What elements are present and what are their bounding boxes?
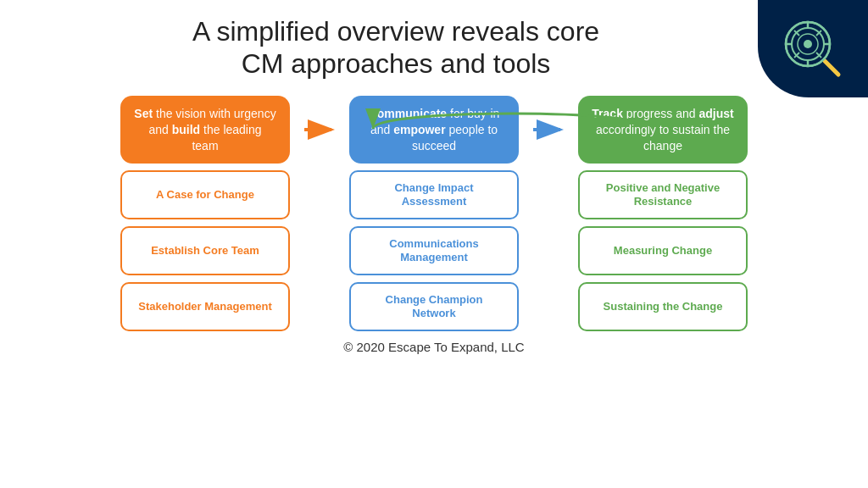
arrow-set-to-communicate <box>303 119 337 140</box>
tool-box-change-champion: Change Champion Network <box>349 282 519 331</box>
footer-text: © 2020 Escape To Expand, LLC <box>343 340 524 354</box>
tool-box-resistance: Positive and Negative Resistance <box>578 170 748 219</box>
tool-box-change-impact: Change Impact Assessment <box>349 170 519 219</box>
page-header: A simplified overview reveals core CM ap… <box>0 0 868 89</box>
tool-box-case-for-change: A Case for Change <box>120 170 290 219</box>
svg-point-3 <box>804 40 812 48</box>
tool-box-communications-mgmt: Communications Management <box>349 226 519 275</box>
logo-badge <box>758 0 868 97</box>
arrow-communicate-to-track <box>531 119 565 140</box>
tool-box-stakeholder-management: Stakeholder Management <box>120 282 290 331</box>
page-title: A simplified overview reveals core CM ap… <box>25 15 766 80</box>
tool-box-measuring-change: Measuring Change <box>578 226 748 275</box>
svg-line-4 <box>825 61 838 75</box>
footer: © 2020 Escape To Expand, LLC <box>0 340 868 354</box>
header-box-track: Track progress and adjust accordingly to… <box>578 96 748 164</box>
tool-box-establish-core-team: Establish Core Team <box>120 226 290 275</box>
header-box-set: Set the vision with urgency and build th… <box>120 96 290 164</box>
logo-icon <box>779 15 847 83</box>
header-box-communicate: Communicate for buy-in and empower peopl… <box>349 96 519 164</box>
col-communicate: Communicate for buy-in and empower peopl… <box>337 96 531 332</box>
tool-box-sustaining-change: Sustaining the Change <box>578 282 748 331</box>
col-track: Track progress and adjust accordingly to… <box>565 96 760 332</box>
col-set: Set the vision with urgency and build th… <box>108 96 303 332</box>
main-content: Set the vision with urgency and build th… <box>0 96 868 332</box>
